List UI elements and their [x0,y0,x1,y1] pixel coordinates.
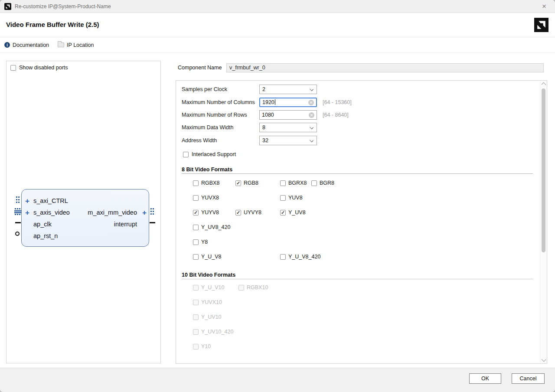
folder-icon [58,42,64,47]
format-label: UYVY8 [244,209,261,216]
format-checkbox-rgbx8[interactable]: RGBX8 [193,180,219,186]
documentation-label: Documentation [13,42,49,48]
checkbox[interactable] [280,195,286,201]
samples-per-clock-select[interactable]: 2 [259,85,317,94]
ip-location-label: IP Location [67,42,94,48]
format-checkbox-y_uv10_420: Y_UV10_420 [193,329,233,335]
checkbox[interactable] [193,195,199,201]
checkbox [193,300,199,305]
param-row: Maximum Number of Columns 1920 ✕ [64 - 1… [176,98,234,107]
info-icon: i [4,42,10,48]
section-title-10bit: 10 Bit Video Formats [182,272,235,278]
scroll-up-icon[interactable] [542,82,546,87]
window-title: Re-customize IP@System-Product-Name [15,3,111,10]
settings-panel: Samples per Clock 2 Maximum Number of Co… [176,80,547,364]
recustomize-ip-dialog: Re-customize IP@System-Product-Name × Vi… [0,0,555,392]
format-label: RGBX8 [201,180,219,186]
port-row: ap_rst_n [22,230,149,242]
format-checkbox-bgr8[interactable]: BGR8 [311,180,334,186]
clipped-next-section: ▪ ▪▪ [195,362,234,364]
interlaced-support-checkbox[interactable]: Interlaced Support [183,151,236,157]
format-checkbox-yuyv8[interactable]: YUYV8 [193,209,219,216]
format-checkbox-y_uv8[interactable]: Y_UV8 [280,209,306,216]
clock-pin-stub [15,222,21,223]
clear-icon[interactable]: ✕ [309,112,314,118]
ip-block[interactable]: + s_axi_CTRL + s_axis_video m_axi_mm_vid… [21,189,149,247]
checkbox[interactable] [193,210,199,216]
format-checkbox-y_uv8_420[interactable]: Y_UV8_420 [193,224,230,230]
format-label: Y_UV10 [201,314,222,320]
format-checkbox-y8[interactable]: Y8 [193,239,208,245]
checkbox[interactable] [193,239,199,245]
param-label: Samples per Clock [182,85,227,94]
format-checkbox-yuv8[interactable]: YUV8 [280,195,303,201]
chevron-down-icon [310,125,313,129]
format-checkbox-uyvy8[interactable]: UYVY8 [235,209,261,216]
expand-plus-icon[interactable]: + [25,207,29,219]
max-columns-input[interactable]: 1920 ✕ [259,98,317,107]
ip-location-button[interactable]: IP Location [58,42,94,48]
select-value: 8 [262,124,265,131]
checkbox[interactable] [280,254,286,260]
max-data-width-select[interactable]: 8 [259,123,317,132]
scrollbar-thumb[interactable] [542,88,545,252]
reset-pin-bubble [15,232,20,236]
format-label: Y_UV10_420 [201,329,233,335]
interface-bus-icon [14,208,21,216]
checkbox[interactable] [280,180,286,186]
checkbox[interactable] [193,180,199,186]
vertical-scrollbar[interactable] [540,81,547,363]
title-bar: Re-customize IP@System-Product-Name × [0,0,555,13]
checkbox[interactable] [235,210,241,216]
port-interrupt: interrupt [114,219,137,230]
format-checkbox-yuvx10: YUVX10 [193,299,222,305]
xilinx-brand-logo [534,18,548,32]
format-checkbox-rgb8[interactable]: RGB8 [235,180,258,186]
ok-button[interactable]: OK [469,373,501,384]
checkbox [193,329,199,335]
cancel-button[interactable]: Cancel [512,373,545,384]
expand-plus-icon[interactable]: + [142,207,147,219]
component-name-label: Component Name [178,65,222,71]
address-width-select[interactable]: 32 [259,136,317,145]
checkbox[interactable] [235,180,241,186]
format-label: Y_U_V10 [201,284,225,291]
checkbox[interactable] [311,180,317,186]
input-value: 1920 [262,99,274,105]
format-checkbox-y_u_v8_420[interactable]: Y_U_V8_420 [280,254,320,260]
show-disabled-ports-checkbox[interactable]: Show disabled ports [10,65,68,71]
format-checkbox-y_u_v8[interactable]: Y_U_V8 [193,254,222,260]
format-label: RGB8 [244,180,258,186]
dialog-footer: OK Cancel [0,368,555,392]
xilinx-app-icon [4,3,11,10]
component-name-field[interactable]: v_frmbuf_wr_0 [226,63,544,72]
port-m-axi-mm-video: m_axi_mm_video [88,207,137,219]
param-label: Maximum Data Width [182,123,233,132]
checkbox [193,314,199,320]
max-rows-input[interactable]: 1080 ✕ [259,110,317,120]
format-checkbox-yuvx8[interactable]: YUVX8 [193,195,219,201]
interlaced-support-label: Interlaced Support [192,151,236,157]
range-hint: [64 - 15360] [323,98,352,107]
page-title: Video Frame Buffer Write (2.5) [6,21,99,28]
format-label: YUVX10 [201,299,222,305]
port-ap-clk: ap_clk [33,219,52,230]
checkbox[interactable] [280,210,286,216]
clear-icon[interactable]: ✕ [308,100,314,105]
format-checkbox-bgrx8[interactable]: BGRX8 [280,180,307,186]
format-label: BGRX8 [288,180,307,186]
format-label: Y_UV8_420 [201,224,230,230]
close-icon[interactable]: × [539,2,549,11]
checkbox[interactable] [10,65,16,71]
checkbox[interactable] [193,254,199,260]
expand-plus-icon[interactable]: + [25,195,29,207]
checkbox[interactable] [193,225,199,230]
scroll-down-icon[interactable] [542,357,546,362]
documentation-button[interactable]: i Documentation [4,42,49,48]
param-row: Address Width 32 [176,136,234,145]
checkbox[interactable] [183,152,189,157]
show-disabled-ports-label: Show disabled ports [19,65,68,71]
port-row: + s_axi_CTRL [22,195,149,207]
format-label: Y8 [201,239,208,245]
format-label: YUV8 [288,195,303,201]
